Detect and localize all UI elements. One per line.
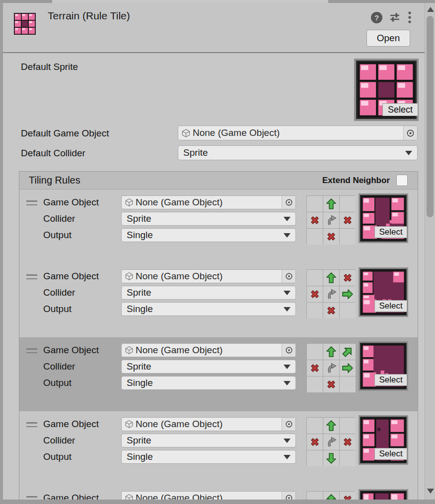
game-object-field[interactable]: None (Game Object) xyxy=(121,343,296,357)
extend-neighbor-checkbox[interactable] xyxy=(396,175,408,186)
object-picker-icon[interactable] xyxy=(282,344,295,357)
neighbor-rule-grid xyxy=(306,195,355,244)
arrow-up-icon xyxy=(325,420,337,432)
neighbor-cell[interactable] xyxy=(340,286,356,302)
neighbor-cell[interactable] xyxy=(340,212,356,228)
output-dropdown[interactable]: Single xyxy=(121,376,296,390)
dropdown-arrow-icon xyxy=(405,151,412,155)
inspector-header: Terrain (Rule Tile) ? Open xyxy=(3,3,425,53)
neighbor-cell[interactable] xyxy=(323,286,339,302)
neighbor-cell[interactable] xyxy=(307,196,323,212)
neighbor-cell[interactable] xyxy=(323,212,339,228)
scroll-down-icon[interactable] xyxy=(427,489,434,494)
object-picker-icon[interactable] xyxy=(282,270,295,283)
select-button[interactable]: Select xyxy=(374,226,407,238)
output-dropdown[interactable]: Single xyxy=(121,228,296,242)
neighbor-cell[interactable] xyxy=(340,418,356,434)
neighbor-cell[interactable] xyxy=(323,377,339,392)
neighbor-cell[interactable] xyxy=(340,360,356,376)
neighbor-cell[interactable] xyxy=(307,344,323,360)
neighbor-cell[interactable] xyxy=(307,303,323,318)
neighbor-cell[interactable] xyxy=(307,434,323,450)
game-object-value: None (Game Object) xyxy=(136,197,282,208)
neighbor-cell[interactable] xyxy=(307,286,323,302)
neighbor-cell[interactable] xyxy=(307,360,323,376)
x-icon xyxy=(309,436,321,448)
drag-handle-icon[interactable] xyxy=(26,348,37,354)
select-button[interactable]: Select xyxy=(374,300,407,312)
select-button[interactable]: Select xyxy=(374,374,407,386)
dropdown-arrow-icon xyxy=(284,233,290,238)
rotate-icon xyxy=(325,362,337,374)
select-button[interactable]: Select xyxy=(382,103,418,116)
collider-dropdown[interactable]: Sprite xyxy=(121,434,296,447)
neighbor-cell[interactable] xyxy=(340,434,356,450)
neighbor-cell[interactable] xyxy=(340,270,356,286)
neighbor-cell[interactable] xyxy=(323,450,339,466)
game-object-label: Game Object xyxy=(43,345,99,356)
game-object-field[interactable]: None (Game Object) xyxy=(121,269,296,283)
extend-neighbor-label: Extend Neighbor xyxy=(322,176,390,186)
neighbor-cell[interactable] xyxy=(323,344,339,360)
vertical-scrollbar[interactable] xyxy=(425,3,435,500)
x-icon xyxy=(325,231,337,243)
neighbor-cell[interactable] xyxy=(323,418,339,434)
game-object-label: Game Object xyxy=(43,419,99,430)
scroll-up-icon[interactable] xyxy=(427,7,434,12)
select-button[interactable]: Select xyxy=(374,448,407,460)
presets-icon[interactable] xyxy=(389,11,401,23)
default-game-object-field[interactable]: None (Game Object) xyxy=(178,126,418,140)
neighbor-cell[interactable] xyxy=(307,377,323,392)
rule-sprite-preview: Select xyxy=(359,415,408,465)
game-object-field[interactable]: None (Game Object) xyxy=(121,417,296,431)
collider-dropdown[interactable]: Sprite xyxy=(121,212,296,226)
neighbor-cell[interactable] xyxy=(323,360,339,376)
object-picker-icon[interactable] xyxy=(403,126,417,140)
neighbor-cell[interactable] xyxy=(323,270,339,286)
tiling-rule-row[interactable]: Game Object Collider Output None (Game O… xyxy=(19,189,418,263)
default-game-object-value: None (Game Object) xyxy=(193,127,403,138)
neighbor-cell[interactable] xyxy=(323,434,339,450)
output-label: Output xyxy=(43,378,72,388)
neighbor-cell[interactable] xyxy=(323,229,339,245)
neighbor-cell[interactable] xyxy=(307,418,323,434)
neighbor-cell[interactable] xyxy=(340,344,356,360)
tiling-rule-row[interactable]: Game Object Collider Output None (Game O… xyxy=(19,263,418,337)
help-icon[interactable]: ? xyxy=(371,12,382,23)
neighbor-cell[interactable] xyxy=(307,450,323,466)
open-button[interactable]: Open xyxy=(366,30,410,47)
neighbor-cell[interactable] xyxy=(340,229,356,245)
collider-value: Sprite xyxy=(127,213,151,224)
tiling-rule-row[interactable]: Game Object Collider Output None (Game O… xyxy=(19,411,418,485)
drag-handle-icon[interactable] xyxy=(26,422,37,428)
neighbor-cell[interactable] xyxy=(307,229,323,245)
neighbor-cell[interactable] xyxy=(340,303,356,318)
tiling-rule-row[interactable]: Game Object Collider Output None (Game O… xyxy=(19,337,418,411)
object-picker-icon[interactable] xyxy=(282,196,295,209)
drag-handle-icon[interactable] xyxy=(26,274,37,280)
neighbor-cell[interactable] xyxy=(307,270,323,286)
object-picker-icon[interactable] xyxy=(282,418,295,431)
rule-sprite-preview: Select xyxy=(359,267,408,317)
collider-dropdown[interactable]: Sprite xyxy=(121,360,296,374)
output-value: Single xyxy=(127,230,153,241)
scrollbar-thumb[interactable] xyxy=(427,16,434,217)
output-dropdown[interactable]: Single xyxy=(121,302,296,316)
neighbor-rule-grid xyxy=(306,269,355,318)
drag-handle-icon[interactable] xyxy=(26,200,37,206)
kebab-menu-icon[interactable] xyxy=(407,11,412,24)
collider-value: Sprite xyxy=(127,435,151,446)
neighbor-cell[interactable] xyxy=(340,196,356,212)
x-icon xyxy=(309,214,321,226)
neighbor-cell[interactable] xyxy=(340,450,356,466)
cube-icon xyxy=(125,420,134,429)
neighbor-cell[interactable] xyxy=(340,377,356,392)
output-dropdown[interactable]: Single xyxy=(121,450,296,464)
neighbor-cell[interactable] xyxy=(323,303,339,318)
dropdown-arrow-icon xyxy=(284,307,290,312)
neighbor-cell[interactable] xyxy=(307,212,323,228)
collider-dropdown[interactable]: Sprite xyxy=(121,286,296,300)
game-object-field[interactable]: None (Game Object) xyxy=(121,195,296,209)
default-collider-dropdown[interactable]: Sprite xyxy=(178,145,418,160)
neighbor-cell[interactable] xyxy=(323,196,339,212)
